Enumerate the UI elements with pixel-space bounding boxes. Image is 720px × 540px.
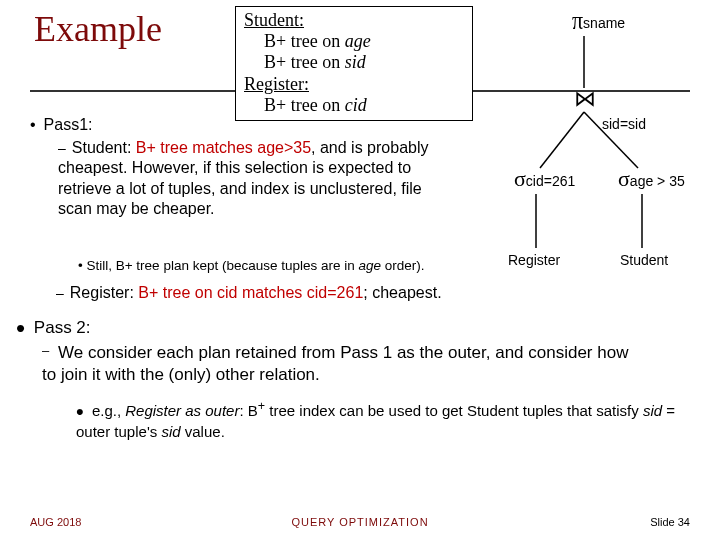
text-emphasis-red: B+ tree on cid matches cid=261 [138, 284, 363, 301]
select-register-node: σcid=261 [514, 166, 575, 192]
select-student-node: σage > 35 [618, 166, 685, 192]
pass1-student-bullet: –Student: B+ tree matches age>35, and is… [58, 138, 458, 220]
join-icon: ⋈ [574, 86, 596, 111]
pass1-still-note: • Still, B+ tree plan kept (because tupl… [78, 258, 425, 273]
pi-icon: π [572, 7, 583, 36]
index-student-age: B+ tree on age [244, 31, 464, 52]
text-emphasis-red: B+ tree matches age>35 [136, 139, 311, 156]
leaf-student: Student [620, 252, 668, 268]
projection-node: πsname [572, 8, 625, 34]
pass2-sub: – We consider each plan retained from Pa… [42, 342, 642, 387]
svg-line-1 [540, 112, 584, 168]
pass1-heading: •Pass1: [30, 116, 93, 134]
pass1-register-bullet: –Register: B+ tree on cid matches cid=26… [56, 284, 442, 302]
query-tree-lines [510, 8, 710, 278]
join-node: ⋈ [574, 86, 596, 112]
index-box: Student: B+ tree on age B+ tree on sid R… [235, 6, 473, 121]
footer-center: QUERY OPTIMIZATION [0, 516, 720, 528]
index-student-sid: B+ tree on sid [244, 52, 464, 73]
pass2-note: • e.g., Register as outer: B+ tree index… [76, 398, 676, 442]
join-condition: sid=sid [602, 116, 646, 132]
slide-title: Example [34, 8, 162, 50]
query-tree: πsname ⋈ sid=sid σcid=261 σage > 35 Regi… [510, 8, 710, 278]
index-register-cid: B+ tree on cid [244, 95, 464, 116]
index-student-header: Student: [244, 10, 464, 31]
pass2-heading: • Pass 2: [16, 318, 91, 338]
sigma-icon: σ [514, 166, 526, 191]
index-register-header: Register: [244, 74, 464, 95]
leaf-register: Register [508, 252, 560, 268]
sigma-icon: σ [618, 166, 630, 191]
slide: Example Student: B+ tree on age B+ tree … [0, 0, 720, 540]
footer-right: Slide 34 [650, 516, 690, 528]
